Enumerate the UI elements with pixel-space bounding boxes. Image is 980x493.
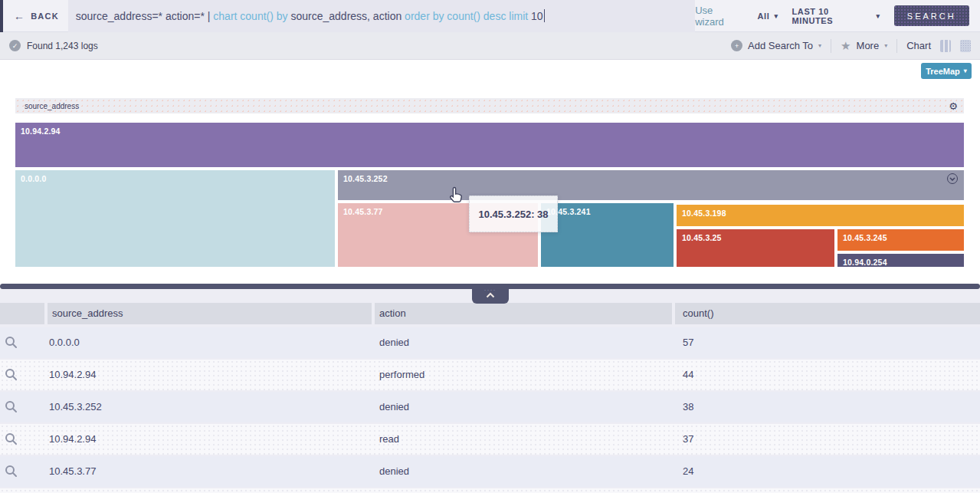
- chevron-down-icon: ▾: [876, 12, 880, 20]
- add-search-to-dropdown[interactable]: + Add Search To ▾: [731, 40, 821, 51]
- cell-action: denied: [375, 392, 672, 422]
- chart-type-label: TreeMap: [926, 67, 960, 76]
- bar-chart-icon[interactable]: [940, 40, 951, 52]
- table-row[interactable]: 0.0.0.0 denied 57: [0, 327, 980, 358]
- treemap-group-header: source_address ⚙: [15, 98, 964, 113]
- chart-panel: TreeMap ▾ source_address ⚙ 10.94.2.94 0.…: [0, 60, 980, 284]
- partial-next-row: [0, 488, 980, 493]
- treemap-node-label: 10.45.3.25: [682, 233, 722, 242]
- treemap-node-label: 0.0.0.0: [21, 174, 47, 183]
- magnifier-icon[interactable]: [5, 336, 18, 352]
- chart-label: Chart: [906, 40, 931, 51]
- treemap-node[interactable]: 10.45.3.252: [338, 170, 964, 200]
- search-query-input[interactable]: source_address=* action=* | chart count(…: [68, 0, 695, 32]
- back-arrow-icon: ←: [14, 10, 25, 22]
- chevron-down-icon: ▾: [884, 42, 887, 49]
- treemap-node[interactable]: 10.45.3.25: [677, 229, 834, 267]
- treemap-node[interactable]: 0.0.0.0: [15, 170, 335, 267]
- search-button[interactable]: SEARCH: [894, 5, 970, 26]
- search-toolbar: ← BACK source_address=* action=* | chart…: [0, 0, 980, 32]
- circle-chevron-icon[interactable]: [947, 173, 958, 184]
- cell-source-address: 10.45.3.77: [44, 456, 372, 487]
- plus-circle-icon: +: [731, 40, 742, 51]
- table-row[interactable]: 10.45.3.252 denied 38: [0, 392, 980, 422]
- cell-source-address: 10.94.2.94: [44, 424, 372, 455]
- more-label: More: [857, 40, 880, 51]
- treemap-tooltip: 10.45.3.252: 38: [469, 196, 558, 232]
- time-range-dropdown[interactable]: LAST 10 MINUTES ▾: [792, 7, 880, 25]
- tooltip-text: 10.45.3.252: 38: [478, 209, 548, 220]
- column-header-count: count(): [675, 303, 980, 324]
- collapse-table-handle[interactable]: ····: [472, 288, 509, 304]
- divider: [831, 39, 831, 53]
- result-summary-text: Found 1,243 logs: [27, 41, 98, 51]
- check-circle-icon: ✓: [9, 40, 21, 51]
- group-header-label: source_address: [25, 102, 79, 110]
- chevron-down-icon: ▾: [818, 42, 821, 49]
- query-text: source_address=* action=* | chart count(…: [76, 10, 543, 22]
- magnifier-icon[interactable]: [5, 400, 18, 416]
- treemap-node[interactable]: 10.94.0.254: [837, 254, 964, 267]
- add-search-to-label: Add Search To: [748, 40, 813, 51]
- cell-action: denied: [375, 327, 672, 358]
- star-icon: ★: [841, 39, 851, 53]
- result-actions: + Add Search To ▾ ★ More ▾ Chart: [731, 39, 971, 53]
- divider: [896, 39, 897, 53]
- search-controls: Use wizard All ▾ LAST 10 MINUTES ▾ SEARC…: [695, 5, 969, 28]
- status-bar: ✓ Found 1,243 logs + Add Search To ▾ ★ M…: [0, 32, 980, 60]
- chart-type-dropdown[interactable]: TreeMap ▾: [921, 63, 972, 79]
- treemap-node[interactable]: 10.94.2.94: [15, 123, 964, 167]
- treemap-node-label: 10.94.0.254: [843, 258, 887, 267]
- treemap-node-label: 10.45.3.77: [343, 207, 383, 216]
- treemap-node-label: 10.45.3.198: [682, 209, 726, 218]
- cursor-hand-icon: [448, 186, 464, 203]
- text-caret: [544, 9, 545, 22]
- cell-count: 38: [675, 392, 980, 422]
- cell-action: performed: [375, 360, 672, 390]
- cell-count: 44: [675, 360, 980, 390]
- cell-count: 24: [675, 456, 980, 487]
- table-row[interactable]: 10.94.2.94 read 37: [0, 424, 980, 455]
- chevron-down-icon: ▾: [774, 12, 778, 20]
- chevron-down-icon: ▾: [964, 67, 967, 74]
- time-range-label: LAST 10 MINUTES: [792, 7, 872, 25]
- scope-dropdown[interactable]: All ▾: [758, 12, 778, 21]
- column-header-action: action: [375, 303, 672, 324]
- column-header-icon: [0, 303, 44, 324]
- treemap-node-label: 10.45.3.252: [343, 174, 388, 183]
- cell-count: 37: [675, 424, 980, 455]
- treemap-node[interactable]: 10.45.3.245: [837, 229, 964, 251]
- scope-label: All: [758, 12, 770, 21]
- cell-source-address: 10.94.2.94: [44, 360, 372, 390]
- back-button[interactable]: ← BACK: [14, 10, 59, 22]
- gear-icon[interactable]: ⚙: [949, 101, 958, 111]
- magnifier-icon[interactable]: [5, 368, 18, 384]
- treemap-node-label: 10.94.2.94: [21, 127, 61, 136]
- column-header-source-address: source_address: [48, 303, 372, 324]
- magnifier-icon[interactable]: [5, 465, 18, 481]
- treemap-node[interactable]: 10.45.3.198: [677, 205, 964, 226]
- table-row[interactable]: 10.94.2.94 performed 44: [0, 360, 980, 390]
- left-edge-accent: [0, 0, 3, 32]
- treemap-icon[interactable]: [960, 40, 971, 52]
- cell-action: read: [375, 424, 672, 455]
- use-wizard-link[interactable]: Use wizard: [695, 5, 743, 28]
- treemap-node-label: 10.45.3.245: [843, 233, 887, 242]
- chevron-up-icon: [486, 292, 495, 298]
- cell-source-address: 10.45.3.252: [44, 392, 372, 422]
- results-table: source_address action count() 0.0.0.0 de…: [0, 289, 980, 493]
- treemap-chart: 10.94.2.94 0.0.0.0 10.45.3.252 10.45.3.7…: [15, 123, 964, 267]
- table-row[interactable]: 10.45.3.77 denied 24: [0, 456, 980, 487]
- treemap-node[interactable]: 10.45.3.241: [541, 203, 674, 267]
- log-search-app: ← BACK source_address=* action=* | chart…: [0, 0, 980, 493]
- cell-action: denied: [375, 456, 672, 487]
- cell-source-address: 0.0.0.0: [44, 327, 372, 358]
- table-header: source_address action count(): [0, 303, 980, 324]
- back-label: BACK: [31, 12, 59, 21]
- magnifier-icon[interactable]: [5, 432, 18, 449]
- cell-count: 57: [675, 327, 980, 358]
- result-summary: ✓ Found 1,243 logs: [9, 40, 98, 51]
- more-dropdown[interactable]: ★ More ▾: [841, 39, 887, 53]
